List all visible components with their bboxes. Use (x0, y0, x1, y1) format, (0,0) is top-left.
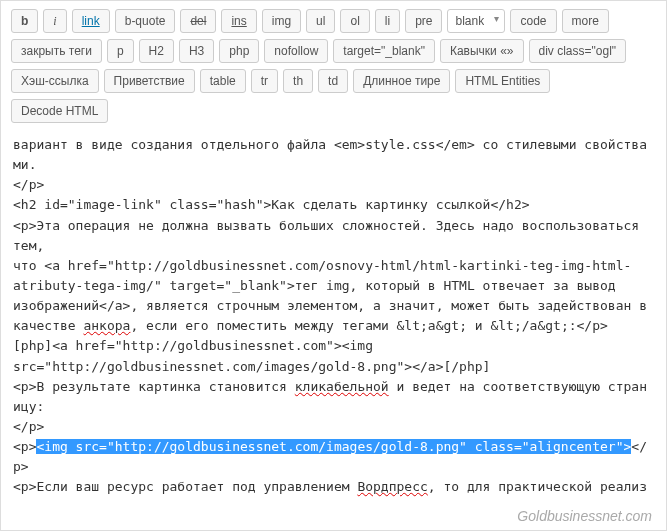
blockquote-button[interactable]: b-quote (115, 9, 176, 33)
quicktags-toolbar: b i link b-quote del ins img ul ol li pr… (1, 1, 666, 123)
pre-button[interactable]: pre (405, 9, 442, 33)
more-button[interactable]: more (562, 9, 609, 33)
close-tags-button[interactable]: закрыть теги (11, 39, 102, 63)
html-entities-button[interactable]: HTML Entities (455, 69, 550, 93)
quotes-button[interactable]: Кавычки «» (440, 39, 524, 63)
greeting-button[interactable]: Приветствие (104, 69, 195, 93)
tr-button[interactable]: tr (251, 69, 278, 93)
italic-button[interactable]: i (43, 9, 66, 33)
spellcheck-underline: анкора (83, 318, 130, 333)
toolbar-row-4: Decode HTML (11, 99, 656, 123)
editor-line: что <a href="http://goldbusinessnet.com/… (13, 256, 654, 276)
hash-link-button[interactable]: Хэш-ссылка (11, 69, 99, 93)
editor-line: </p> (13, 417, 654, 437)
editor-line: atributy-tega-img/" target="_blank">тег … (13, 276, 654, 296)
editor-line: качестве анкора, если его поместить межд… (13, 316, 654, 336)
th-button[interactable]: th (283, 69, 313, 93)
editor-line: <p>Если ваш ресурс работает под управлен… (13, 477, 654, 503)
target-blank-button[interactable]: target="_blank" (333, 39, 435, 63)
li-button[interactable]: li (375, 9, 400, 33)
html-editor-textarea[interactable]: вариант в виде создания отдельного файла… (1, 129, 666, 503)
img-button[interactable]: img (262, 9, 301, 33)
php-button[interactable]: php (219, 39, 259, 63)
editor-line: <p>В результате картинка становится клик… (13, 377, 654, 417)
toolbar-row-3: Хэш-ссылка Приветствие table tr th td Дл… (11, 69, 656, 93)
p-button[interactable]: p (107, 39, 134, 63)
table-button[interactable]: table (200, 69, 246, 93)
toolbar-row-1: b i link b-quote del ins img ul ol li pr… (11, 9, 656, 33)
decode-html-button[interactable]: Decode HTML (11, 99, 108, 123)
td-button[interactable]: td (318, 69, 348, 93)
div-ogl-button[interactable]: div class="ogl" (529, 39, 627, 63)
target-select-wrap: blank (447, 9, 505, 33)
editor-line: src="http://goldbusinessnet.com/images/g… (13, 357, 654, 377)
editor-line: вариант в виде создания отдельного файла… (13, 135, 654, 175)
ol-button[interactable]: ol (340, 9, 369, 33)
editor-line: <h2 id="image-link" class="hash">Как сде… (13, 195, 654, 215)
del-button[interactable]: del (180, 9, 216, 33)
link-button[interactable]: link (72, 9, 110, 33)
code-button[interactable]: code (510, 9, 556, 33)
ins-button[interactable]: ins (221, 9, 256, 33)
watermark-text: Goldbusinessnet.com (517, 508, 652, 524)
h3-button[interactable]: H3 (179, 39, 214, 63)
nofollow-button[interactable]: nofollow (264, 39, 328, 63)
target-select[interactable]: blank (447, 9, 505, 33)
editor-line: </p> (13, 175, 654, 195)
editor-line: <p>Эта операция не должна вызвать больши… (13, 216, 654, 256)
editor-line: изображений</a>, является строчным элеме… (13, 296, 654, 316)
mdash-button[interactable]: Длинное тире (353, 69, 450, 93)
editor-line: [php]<a href="http://goldbusinessnet.com… (13, 336, 654, 356)
bold-button[interactable]: b (11, 9, 38, 33)
spellcheck-underline: кликабельной (295, 379, 389, 394)
spellcheck-underline: Вордпресс (357, 479, 427, 494)
toolbar-row-2: закрыть теги p H2 H3 php nofollow target… (11, 39, 656, 63)
text-selection: <img src="http://goldbusinessnet.com/ima… (36, 439, 631, 454)
ul-button[interactable]: ul (306, 9, 335, 33)
editor-line: <p><img src="http://goldbusinessnet.com/… (13, 437, 654, 477)
h2-button[interactable]: H2 (139, 39, 174, 63)
